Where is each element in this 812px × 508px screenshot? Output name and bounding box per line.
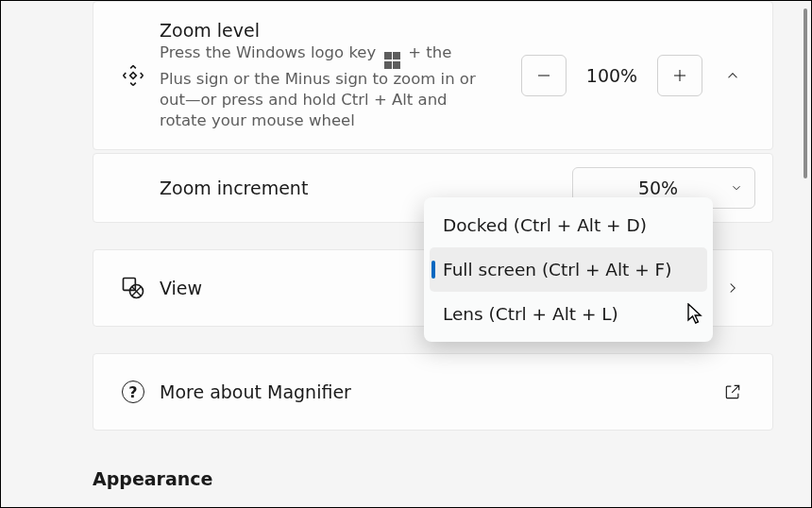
chevron-right-icon [724,279,741,296]
collapse-button[interactable] [710,67,755,84]
expand-view-button[interactable] [710,279,755,296]
zoom-increment-title: Zoom increment [160,178,565,198]
row-zoom-level: Zoom level Press the Windows logo key + … [93,1,773,150]
view-options-flyout: Docked (Ctrl + Alt + D) Full screen (Ctr… [424,197,713,342]
view-icon [107,275,160,301]
chevron-down-icon [730,181,743,195]
view-option-docked[interactable]: Docked (Ctrl + Alt + D) [430,203,707,247]
chevron-up-icon [724,67,741,84]
move-icon [107,62,160,89]
zoom-level-title: Zoom level [160,20,514,41]
external-link-button[interactable] [710,382,755,401]
zoom-increment-selected: 50% [638,178,678,198]
view-option-lens[interactable]: Lens (Ctrl + Alt + L) [430,292,707,336]
zoom-level-value: 100% [574,65,650,86]
scrollbar[interactable] [804,8,807,178]
help-icon: ? [122,381,144,403]
zoom-out-button[interactable] [521,55,567,96]
row-more-about-magnifier[interactable]: ? More about Magnifier [93,353,773,431]
zoom-level-desc: Press the Windows logo key + the Plus si… [160,42,481,130]
more-about-title: More about Magnifier [160,381,702,402]
plus-icon [671,67,688,84]
svg-rect-0 [130,73,137,79]
minus-icon [535,67,552,84]
zoom-in-button[interactable] [657,55,702,96]
section-heading-appearance: Appearance [1,431,811,489]
external-link-icon [723,382,742,401]
view-option-full-screen[interactable]: Full screen (Ctrl + Alt + F) [430,247,707,292]
mouse-cursor [687,303,704,326]
windows-logo-icon [384,52,401,69]
